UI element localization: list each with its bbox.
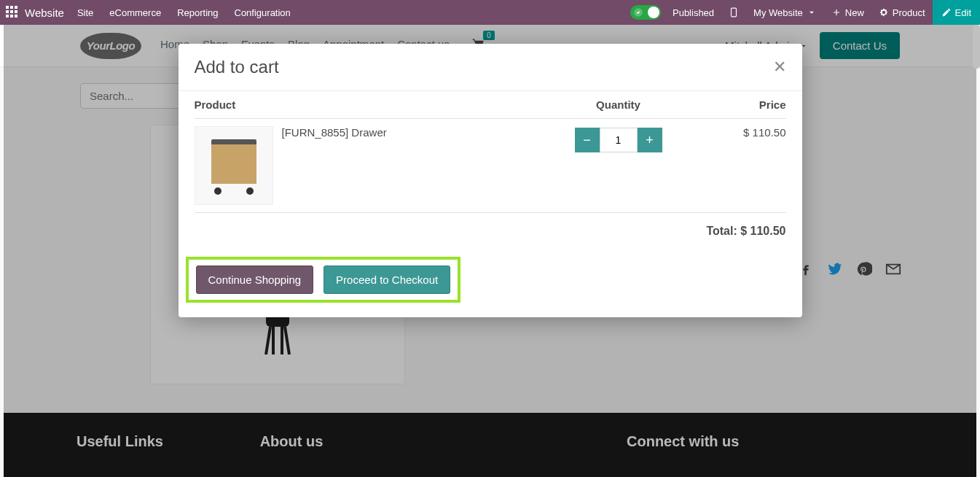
pencil-icon bbox=[941, 7, 952, 18]
published-label[interactable]: Published bbox=[665, 0, 721, 25]
edit-label: Edit bbox=[955, 7, 971, 18]
action-highlight: Continue Shopping Proceed to Checkout bbox=[186, 257, 461, 303]
admin-bar: Website Site eCommerce Reporting Configu… bbox=[0, 0, 980, 25]
published-toggle[interactable] bbox=[630, 5, 661, 20]
line-price: $ 110.50 bbox=[684, 119, 786, 213]
qty-minus-button[interactable]: − bbox=[575, 128, 600, 152]
product-name: [FURN_8855] Drawer bbox=[282, 126, 387, 205]
modal-title: Add to cart bbox=[195, 57, 279, 77]
quantity-stepper: − + bbox=[575, 128, 662, 152]
my-website-dropdown[interactable]: My Website bbox=[746, 0, 824, 25]
menu-site[interactable]: Site bbox=[77, 7, 93, 18]
new-button[interactable]: New bbox=[824, 0, 871, 25]
admin-brand[interactable]: Website bbox=[25, 7, 64, 19]
new-label: New bbox=[845, 7, 864, 18]
modal-header: Add to cart ✕ bbox=[179, 44, 802, 91]
apps-icon[interactable] bbox=[6, 6, 19, 19]
mobile-preview-icon[interactable] bbox=[721, 0, 746, 25]
product-thumb bbox=[195, 126, 273, 205]
plus-icon bbox=[831, 7, 842, 18]
close-icon[interactable]: ✕ bbox=[773, 59, 786, 75]
admin-menus: Site eCommerce Reporting Configuration bbox=[77, 7, 291, 18]
continue-shopping-button[interactable]: Continue Shopping bbox=[196, 265, 314, 294]
gear-icon bbox=[879, 7, 889, 18]
qty-plus-button[interactable]: + bbox=[638, 128, 662, 152]
menu-reporting[interactable]: Reporting bbox=[177, 7, 218, 18]
cart-table: Product Quantity Price [FURN_8855] Drawe… bbox=[195, 91, 786, 213]
product-button[interactable]: Product bbox=[871, 0, 933, 25]
proceed-checkout-button[interactable]: Proceed to Checkout bbox=[324, 265, 450, 294]
my-website-label: My Website bbox=[753, 7, 803, 18]
edit-button[interactable]: Edit bbox=[933, 0, 980, 25]
col-price: Price bbox=[684, 91, 786, 119]
table-row: [FURN_8855] Drawer − + $ 110.50 bbox=[195, 119, 786, 213]
product-label: Product bbox=[893, 7, 925, 18]
menu-ecommerce[interactable]: eCommerce bbox=[109, 7, 161, 18]
qty-input[interactable] bbox=[600, 128, 638, 152]
scrollbar-thumb[interactable] bbox=[973, 25, 980, 69]
caret-down-icon bbox=[807, 7, 817, 18]
col-product: Product bbox=[195, 91, 553, 119]
add-to-cart-modal: Add to cart ✕ Product Quantity Price [FU… bbox=[179, 44, 802, 317]
cart-total: Total: $ 110.50 bbox=[195, 213, 786, 249]
svg-rect-1 bbox=[732, 8, 737, 17]
modal-footer: Continue Shopping Proceed to Checkout bbox=[179, 249, 802, 317]
menu-configuration[interactable]: Configuration bbox=[235, 7, 291, 18]
col-quantity: Quantity bbox=[553, 91, 684, 119]
